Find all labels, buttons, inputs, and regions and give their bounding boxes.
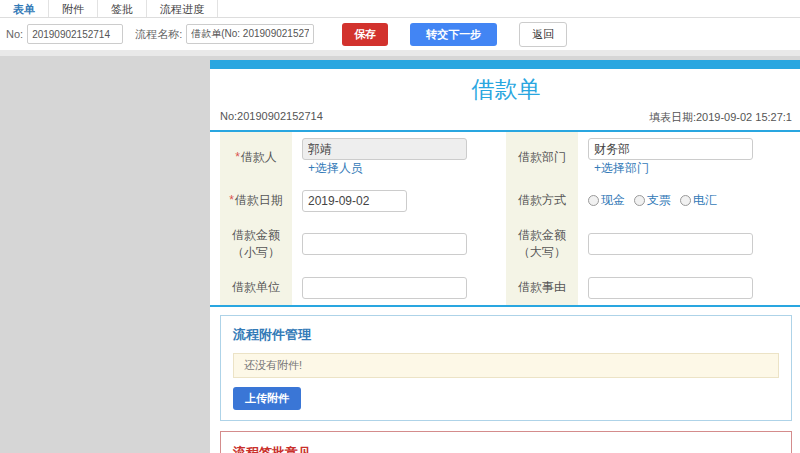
- date-label: 借款日期: [235, 193, 283, 207]
- required-asterisk: *: [235, 150, 240, 164]
- borrower-label: 借款人: [241, 150, 277, 164]
- borrower-input[interactable]: [302, 138, 467, 160]
- table-row: 借款单位 借款事由: [220, 270, 792, 305]
- approval-section: 流程签批意见 B I abc ✏ ⚑ ☰ ☰ ⇤ ⇥ ”: [220, 431, 792, 453]
- loan-form-table: *借款人 +选择人员 借款部门 +选择部门 *借款日期: [220, 132, 792, 305]
- borrower-input-cell: +选择人员: [292, 132, 506, 183]
- unit-label: 借款单位: [232, 280, 280, 294]
- loan-form-panel: 借款单 No:20190902152714 填表日期:2019-09-02 15…: [210, 60, 800, 453]
- tab-form[interactable]: 表单: [0, 0, 49, 17]
- process-name-input[interactable]: [186, 24, 314, 44]
- form-meta-row: No:20190902152714 填表日期:2019-09-02 15:27:…: [210, 108, 800, 130]
- department-label-cell: 借款部门: [506, 132, 578, 183]
- process-name-label: 流程名称:: [135, 27, 182, 42]
- forward-next-step-button[interactable]: 转交下一步: [410, 23, 497, 46]
- method-input-cell: 现金 支票 电汇: [578, 183, 792, 218]
- radio-circle-icon[interactable]: [634, 195, 645, 206]
- amount-big-label: 借款金额（大写）: [518, 228, 566, 259]
- tab-approval[interactable]: 签批: [98, 0, 147, 17]
- panel-top-accent-bar: [210, 60, 800, 69]
- tab-attachments[interactable]: 附件: [49, 0, 98, 17]
- radio-check[interactable]: 支票: [634, 192, 671, 209]
- no-label: No:: [6, 28, 23, 40]
- amount-big-input[interactable]: [588, 233, 753, 255]
- loan-method-radio-group: 现金 支票 电汇: [588, 192, 782, 209]
- amount-small-label-cell: 借款金额（小写）: [220, 218, 292, 270]
- unit-label-cell: 借款单位: [220, 270, 292, 305]
- loan-reason-input[interactable]: [588, 277, 753, 299]
- amount-big-label-cell: 借款金额（大写）: [506, 218, 578, 270]
- radio-circle-icon[interactable]: [680, 195, 691, 206]
- department-label: 借款部门: [518, 150, 566, 164]
- tab-process-progress[interactable]: 流程进度: [147, 0, 218, 17]
- approval-section-title: 流程签批意见: [233, 444, 779, 453]
- unit-input-cell: [292, 270, 506, 305]
- page-background: 借款单 No:20190902152714 填表日期:2019-09-02 15…: [0, 50, 800, 453]
- table-row: *借款人 +选择人员 借款部门 +选择部门: [220, 132, 792, 183]
- date-label-cell: *借款日期: [220, 183, 292, 218]
- date-input-cell: [292, 183, 506, 218]
- radio-cash[interactable]: 现金: [588, 192, 625, 209]
- upload-attachment-button[interactable]: 上传附件: [233, 387, 301, 410]
- department-input-cell: +选择部门: [578, 132, 792, 183]
- borrower-label-cell: *借款人: [220, 132, 292, 183]
- form-no-text: No:20190902152714: [220, 110, 323, 125]
- loan-date-input[interactable]: [302, 190, 407, 212]
- required-asterisk: *: [229, 193, 234, 207]
- no-input[interactable]: [27, 24, 123, 44]
- radio-wire-transfer-label: 电汇: [693, 192, 717, 209]
- method-label-cell: 借款方式: [506, 183, 578, 218]
- save-button[interactable]: 保存: [342, 23, 388, 46]
- radio-cash-label: 现金: [601, 192, 625, 209]
- top-tab-bar: 表单 附件 签批 流程进度: [0, 0, 800, 18]
- no-attachments-alert: 还没有附件!: [233, 353, 779, 378]
- amount-small-input[interactable]: [302, 233, 467, 255]
- amount-big-input-cell: [578, 218, 792, 270]
- command-bar: No: 流程名称: 保存 转交下一步 返回: [0, 18, 800, 50]
- table-row: 借款金额（小写） 借款金额（大写）: [220, 218, 792, 270]
- table-row: *借款日期 借款方式 现金 支票: [220, 183, 792, 218]
- loan-unit-input[interactable]: [302, 277, 467, 299]
- back-button[interactable]: 返回: [519, 22, 567, 47]
- amount-small-label: 借款金额（小写）: [232, 228, 280, 259]
- amount-small-input-cell: [292, 218, 506, 270]
- radio-circle-icon[interactable]: [588, 195, 599, 206]
- attachments-section: 流程附件管理 还没有附件! 上传附件: [220, 315, 792, 421]
- radio-check-label: 支票: [647, 192, 671, 209]
- department-input[interactable]: [588, 138, 753, 160]
- attachments-section-title: 流程附件管理: [233, 326, 779, 344]
- form-fill-date-text: 填表日期:2019-09-02 15:27:1: [649, 110, 792, 125]
- form-title: 借款单: [210, 69, 800, 108]
- select-department-link[interactable]: +选择部门: [594, 161, 649, 175]
- divider-bottom: [210, 305, 800, 307]
- select-person-link[interactable]: +选择人员: [308, 161, 363, 175]
- radio-wire-transfer[interactable]: 电汇: [680, 192, 717, 209]
- reason-label: 借款事由: [518, 280, 566, 294]
- reason-input-cell: [578, 270, 792, 305]
- method-label: 借款方式: [518, 193, 566, 207]
- reason-label-cell: 借款事由: [506, 270, 578, 305]
